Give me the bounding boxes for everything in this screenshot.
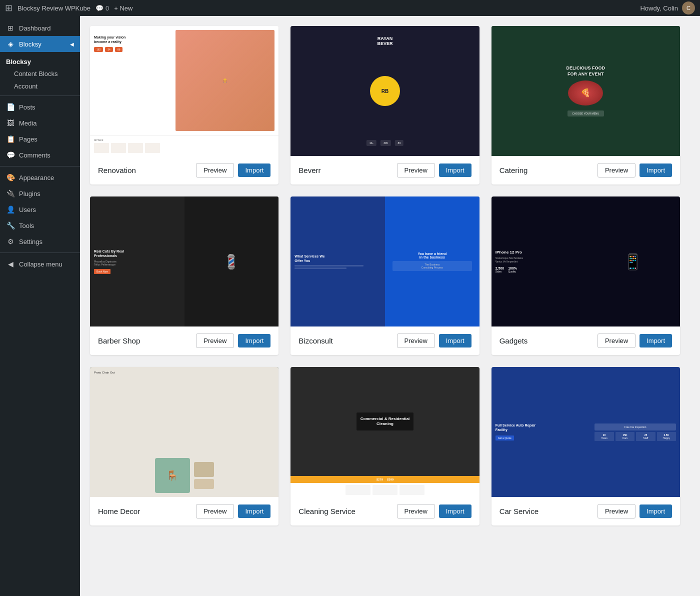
admin-bar-right: Howdy, Colin C (640, 2, 695, 14)
template-name-cleaning: Cleaning Service (298, 507, 392, 516)
sidebar-item-comments[interactable]: 💬 Comments (0, 147, 80, 163)
admin-bar: ⊞ Blocksy Review WPKube 💬 0 + New Howdy,… (0, 0, 700, 16)
sidebar-label-settings: Settings (19, 238, 42, 246)
preview-button-bizconsult[interactable]: Preview (397, 334, 435, 348)
sidebar-item-posts[interactable]: 📄 Posts (0, 99, 80, 115)
template-card-renovation: Making your visionbecome a reality 162 3… (90, 26, 278, 184)
preview-button-cleaning[interactable]: Preview (397, 504, 435, 518)
template-card-beverr: RAYANBEVER RB 10+ 399 89 Beverr Preview … (290, 26, 479, 184)
template-name-carservice: Car Service (500, 507, 594, 516)
sidebar-label-pages: Pages (19, 136, 38, 143)
template-name-catering: Catering (500, 166, 594, 174)
wordpress-logo-icon[interactable]: ⊞ (5, 2, 12, 14)
template-preview-bizconsult: What Services WeOffer You You have a fri… (290, 196, 479, 326)
sidebar-subitem-content-blocks[interactable]: Content Blocks (0, 68, 80, 80)
sidebar-item-collapse[interactable]: ◀ Collapse menu (0, 256, 80, 272)
import-button-catering[interactable]: Import (640, 164, 672, 177)
import-button-beverr[interactable]: Import (439, 164, 472, 177)
import-button-homedecor[interactable]: Import (238, 504, 270, 518)
preview-button-beverr[interactable]: Preview (397, 163, 435, 178)
import-button-bizconsult[interactable]: Import (439, 334, 472, 348)
collapse-icon: ◀ (6, 260, 15, 268)
sidebar-subitem-account[interactable]: Account (0, 80, 80, 92)
template-card-gadgets: iPhone 12 Pro Scelerisque Nisl SodalesVa… (492, 196, 680, 355)
preview-button-renovation[interactable]: Preview (196, 163, 234, 178)
import-button-gadgets[interactable]: Import (640, 334, 672, 348)
sidebar-item-settings[interactable]: ⚙ Settings (0, 234, 80, 250)
import-button-barber[interactable]: Import (238, 334, 270, 348)
template-grid: Making your visionbecome a reality 162 3… (90, 26, 680, 526)
sidebar-item-dashboard[interactable]: ⊞ Dashboard (0, 20, 80, 36)
import-button-renovation[interactable]: Import (238, 164, 270, 177)
preview-button-homedecor[interactable]: Preview (196, 504, 234, 518)
template-preview-homedecor: 🪑 Proto Chair Out (90, 367, 278, 497)
template-preview-renovation: Making your visionbecome a reality 162 3… (90, 26, 278, 156)
sidebar-item-blocksy[interactable]: ◈ Blocksy ◀ (0, 36, 80, 52)
template-name-barber: Barber Shop (98, 336, 192, 345)
sidebar-label-media: Media (19, 120, 36, 127)
sidebar-item-users[interactable]: 👤 Users (0, 202, 80, 218)
sidebar-item-pages[interactable]: 📋 Pages (0, 131, 80, 147)
sidebar-label-tools: Tools (19, 222, 34, 230)
import-button-cleaning[interactable]: Import (439, 504, 472, 518)
avatar[interactable]: C (682, 2, 695, 14)
template-name-gadgets: Gadgets (500, 336, 594, 345)
comments-menu-icon: 💬 (6, 151, 15, 159)
template-preview-gadgets: iPhone 12 Pro Scelerisque Nisl SodalesVa… (492, 196, 680, 326)
template-footer-cleaning: Cleaning Service Preview Import (290, 497, 479, 526)
template-footer-bizconsult: Bizconsult Preview Import (290, 326, 479, 355)
admin-bar-left: ⊞ Blocksy Review WPKube 💬 0 + New (5, 2, 634, 14)
template-preview-cleaning: Commercial & ResidentialCleaning $279 $3… (290, 367, 479, 497)
template-footer-carservice: Car Service Preview Import (492, 497, 680, 526)
template-footer-renovation: Renovation Preview Import (90, 156, 278, 184)
posts-icon: 📄 (6, 103, 15, 111)
new-content-button[interactable]: + New (114, 4, 132, 12)
preview-button-carservice[interactable]: Preview (598, 504, 636, 518)
users-icon: 👤 (6, 206, 15, 214)
sidebar-item-plugins[interactable]: 🔌 Plugins (0, 186, 80, 202)
template-card-homedecor: 🪑 Proto Chair Out Home Decor Preview Imp… (90, 367, 278, 526)
sidebar-item-media[interactable]: 🖼 Media (0, 115, 80, 131)
template-card-catering: DELICIOUS FOODFOR ANY EVENT 🍕 CHOOSE YOU… (492, 26, 680, 184)
preview-button-barber[interactable]: Preview (196, 334, 234, 348)
template-footer-barber: Barber Shop Preview Import (90, 326, 278, 355)
preview-button-catering[interactable]: Preview (598, 163, 636, 178)
sidebar: ⊞ Dashboard ◈ Blocksy ◀ Blocksy Content … (0, 16, 80, 596)
template-name-beverr: Beverr (298, 166, 392, 174)
template-preview-barber: Real Cuts By RealProfessionals Phasellus… (90, 196, 278, 326)
plugins-icon: 🔌 (6, 190, 15, 198)
site-name[interactable]: Blocksy Review WPKube (18, 4, 90, 12)
howdy-text: Howdy, Colin (640, 4, 678, 12)
template-name-renovation: Renovation (98, 166, 192, 174)
sidebar-label-plugins: Plugins (19, 190, 40, 198)
template-footer-beverr: Beverr Preview Import (290, 156, 479, 184)
sidebar-label-collapse: Collapse menu (19, 260, 62, 268)
media-icon: 🖼 (6, 119, 15, 127)
sidebar-label-appearance: Appearance (19, 174, 54, 182)
template-preview-catering: DELICIOUS FOODFOR ANY EVENT 🍕 CHOOSE YOU… (492, 26, 680, 156)
template-preview-carservice: Full Service Auto RepairFacility Get a Q… (492, 367, 680, 497)
blocksy-icon: ◈ (6, 40, 15, 48)
sidebar-divider-1 (0, 96, 80, 96)
template-footer-gadgets: Gadgets Preview Import (492, 326, 680, 355)
sidebar-label-comments: Comments (19, 152, 50, 159)
template-name-homedecor: Home Decor (98, 507, 192, 516)
appearance-icon: 🎨 (6, 174, 15, 182)
sidebar-divider-3 (0, 252, 80, 253)
template-name-bizconsult: Bizconsult (298, 336, 392, 345)
sidebar-label-blocksy: Blocksy (19, 40, 42, 48)
bubble-icon: 💬 (96, 4, 104, 12)
pages-icon: 📋 (6, 135, 15, 143)
template-preview-beverr: RAYANBEVER RB 10+ 399 89 (290, 26, 479, 156)
template-footer-catering: Catering Preview Import (492, 156, 680, 184)
comment-count: 0 (106, 4, 109, 12)
preview-button-gadgets[interactable]: Preview (598, 334, 636, 348)
sidebar-item-appearance[interactable]: 🎨 Appearance (0, 170, 80, 186)
main-content: Making your visionbecome a reality 162 3… (80, 16, 700, 596)
sidebar-item-tools[interactable]: 🔧 Tools (0, 218, 80, 234)
tools-icon: 🔧 (6, 222, 15, 230)
comments-icon[interactable]: 💬 0 (96, 4, 109, 12)
template-card-barber: Real Cuts By RealProfessionals Phasellus… (90, 196, 278, 355)
main-layout: ⊞ Dashboard ◈ Blocksy ◀ Blocksy Content … (0, 16, 700, 596)
import-button-carservice[interactable]: Import (640, 504, 672, 518)
